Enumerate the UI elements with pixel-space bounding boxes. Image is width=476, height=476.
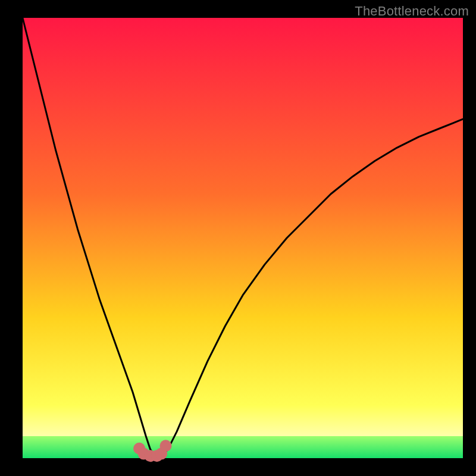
curve-marker: [160, 440, 172, 452]
curve-layer: [23, 18, 463, 458]
watermark-text: TheBottleneck.com: [355, 4, 469, 19]
curve-markers: [133, 440, 171, 462]
plot-area: [23, 18, 463, 458]
bottleneck-curve: [23, 18, 463, 456]
chart-stage: TheBottleneck.com: [0, 0, 476, 476]
